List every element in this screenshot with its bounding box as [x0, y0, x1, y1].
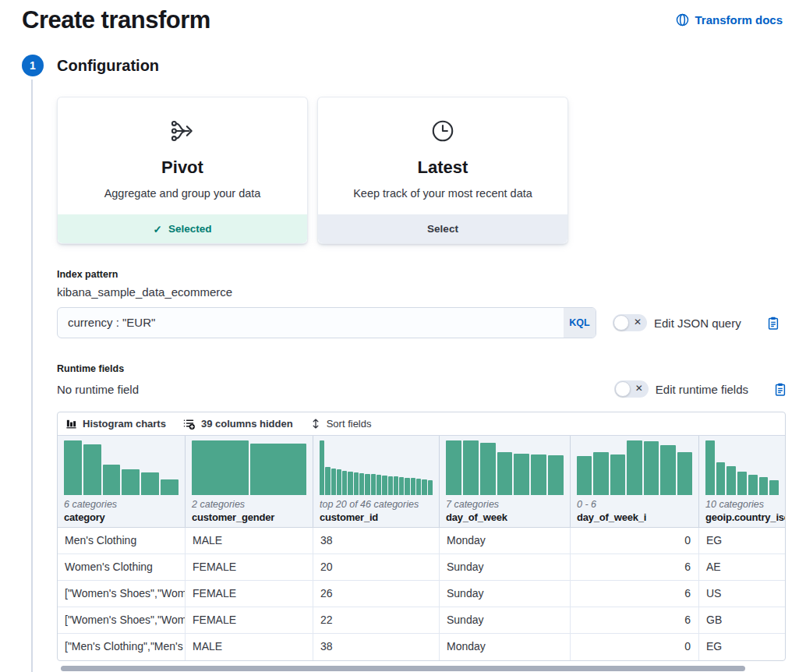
- histogram-bar: [141, 472, 159, 495]
- copy-runtime-fields-button[interactable]: [773, 382, 787, 397]
- histogram-bar: [325, 467, 330, 495]
- latest-card-title: Latest: [418, 157, 468, 178]
- table-cell[interactable]: Women's Clothing: [58, 554, 186, 580]
- sort-fields-label: Sort fields: [327, 418, 372, 430]
- histogram-chart-day_of_week_i: [577, 440, 692, 495]
- column-subtitle: 10 categories: [705, 499, 779, 510]
- histogram-bar: [769, 480, 779, 495]
- table-cell[interactable]: Monday: [440, 528, 571, 554]
- histogram-chart-customer_gender: [192, 440, 306, 495]
- index-pattern-label: Index pattern: [57, 269, 787, 280]
- table-cell[interactable]: 0: [571, 634, 699, 660]
- table-cell[interactable]: Men's Clothing: [58, 528, 186, 554]
- histogram-bar: [759, 477, 769, 495]
- column-header-customer_id[interactable]: top 20 of 46 categoriescustomer_id: [313, 436, 440, 527]
- copy-query-button[interactable]: [766, 316, 780, 331]
- table-row: ["Men's Clothing","Men's …MALE38Monday0E…: [58, 634, 785, 660]
- histogram-bar: [446, 440, 461, 495]
- table-cell[interactable]: ["Women's Shoes","Wom…: [58, 581, 186, 607]
- histogram-bar: [627, 440, 642, 495]
- table-cell[interactable]: 38: [313, 528, 440, 554]
- table-cell[interactable]: ["Women's Shoes","Wom…: [58, 607, 186, 633]
- pivot-card[interactable]: Pivot Aggregate and group your data ✓ Se…: [57, 97, 308, 244]
- table-cell[interactable]: Sunday: [440, 554, 571, 580]
- table-row: Women's ClothingFEMALE20Sunday6AE: [58, 554, 785, 581]
- edit-runtime-fields-toggle[interactable]: ✕: [614, 380, 649, 398]
- latest-card[interactable]: Latest Keep track of your most recent da…: [317, 97, 568, 244]
- edit-runtime-fields-group: ✕ Edit runtime fields: [614, 380, 787, 398]
- toggle-off-icon: ✕: [635, 380, 643, 397]
- column-subtitle: 0 - 6: [577, 499, 692, 510]
- histogram-bar: [376, 475, 381, 495]
- table-cell[interactable]: 6: [571, 554, 699, 580]
- histogram-bar: [394, 476, 398, 495]
- histogram-bar: [405, 478, 409, 495]
- column-header-customer_gender[interactable]: 2 categoriescustomer_gender: [186, 436, 313, 527]
- table-cell[interactable]: 6: [571, 607, 699, 633]
- edit-runtime-fields-label: Edit runtime fields: [656, 383, 748, 396]
- transform-docs-label: Transform docs: [695, 13, 783, 27]
- column-header-day_of_week_i[interactable]: 0 - 6day_of_week_i: [571, 436, 699, 527]
- column-header-geoip.country_iso_code[interactable]: 10 categoriesgeoip.country_iso_code: [699, 436, 785, 527]
- check-icon: ✓: [154, 223, 162, 235]
- table-cell[interactable]: 26: [313, 581, 440, 607]
- step-title: Configuration: [57, 57, 159, 75]
- table-cell[interactable]: US: [699, 581, 785, 607]
- edit-json-query-toggle[interactable]: ✕: [613, 314, 647, 331]
- table-cell[interactable]: 38: [313, 634, 440, 660]
- query-language-button[interactable]: KQL: [564, 308, 596, 338]
- histogram-bar: [677, 452, 692, 495]
- histogram-bar: [514, 454, 529, 495]
- histogram-bar: [161, 479, 179, 495]
- table-cell[interactable]: FEMALE: [186, 607, 313, 633]
- table-cell[interactable]: EG: [699, 634, 785, 660]
- kql-search-input[interactable]: currency : "EUR" KQL: [57, 307, 596, 338]
- table-cell[interactable]: EG: [699, 528, 785, 554]
- column-header-category[interactable]: 6 categoriescategory: [58, 436, 186, 527]
- histogram-bar: [337, 469, 341, 495]
- pivot-card-title: Pivot: [161, 157, 203, 178]
- histogram-bar: [250, 444, 307, 496]
- column-subtitle: 6 categories: [64, 499, 179, 510]
- pivot-selected-footer[interactable]: ✓ Selected: [58, 214, 307, 243]
- histogram-bar: [610, 454, 625, 495]
- histogram-bar: [463, 440, 479, 495]
- table-cell[interactable]: 20: [313, 554, 440, 580]
- columns-hidden-button[interactable]: 39 columns hidden: [183, 418, 293, 430]
- histogram-bar: [737, 472, 747, 495]
- column-header-day_of_week[interactable]: 7 categoriesday_of_week: [440, 436, 571, 527]
- transform-docs-link[interactable]: Transform docs: [676, 13, 783, 27]
- horizontal-scrollbar[interactable]: [61, 666, 745, 671]
- histogram-bar: [548, 455, 564, 495]
- table-cell[interactable]: ["Men's Clothing","Men's …: [58, 634, 186, 660]
- histogram-bar: [716, 462, 726, 495]
- table-cell[interactable]: MALE: [186, 528, 313, 554]
- column-name: customer_gender: [192, 511, 306, 523]
- table-cell[interactable]: GB: [699, 607, 785, 633]
- sort-fields-button[interactable]: Sort fields: [310, 418, 372, 430]
- histogram-charts-button[interactable]: Histogram charts: [65, 418, 166, 430]
- table-cell[interactable]: FEMALE: [186, 581, 313, 607]
- preview-data-grid: Histogram charts 39 columns hidden: [57, 412, 786, 661]
- table-cell[interactable]: MALE: [186, 634, 313, 660]
- columns-hidden-label: 39 columns hidden: [201, 418, 293, 430]
- histogram-bar: [192, 440, 249, 495]
- table-cell[interactable]: AE: [699, 554, 785, 580]
- column-name: geoip.country_iso_code: [705, 511, 779, 523]
- toggle-off-icon: ✕: [634, 314, 642, 331]
- table-cell[interactable]: Monday: [440, 634, 571, 660]
- column-name: day_of_week: [446, 511, 564, 523]
- histogram-bar: [705, 440, 715, 495]
- table-cell[interactable]: Sunday: [440, 607, 571, 633]
- latest-select-button[interactable]: Select: [318, 214, 567, 243]
- create-transform-page: Create transform Transform docs 1 Config…: [0, 0, 806, 672]
- table-cell[interactable]: 0: [571, 528, 699, 554]
- table-cell[interactable]: 22: [313, 607, 440, 633]
- histogram-bar: [660, 445, 675, 495]
- table-cell[interactable]: 6: [571, 581, 699, 607]
- table-cell[interactable]: FEMALE: [186, 554, 313, 580]
- column-subtitle: 7 categories: [446, 499, 564, 510]
- column-name: customer_id: [320, 511, 433, 523]
- histogram-bar: [748, 475, 758, 495]
- table-cell[interactable]: Sunday: [440, 581, 571, 607]
